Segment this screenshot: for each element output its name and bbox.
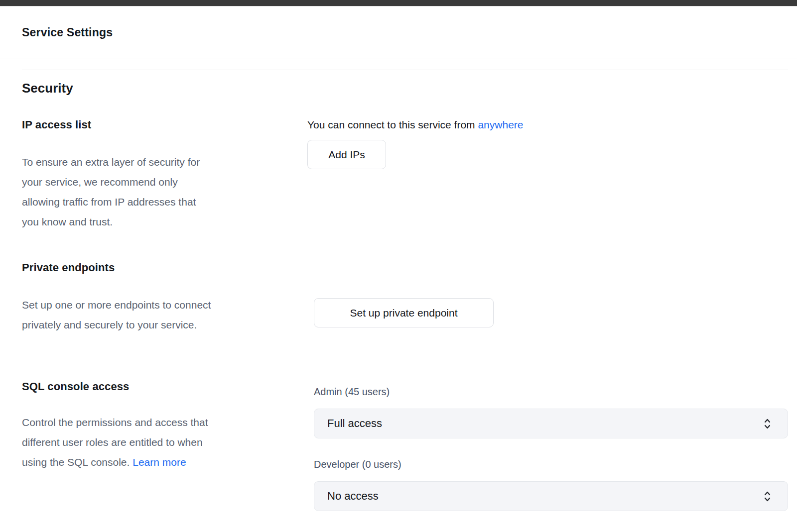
sql-console-info: SQL console access Control the permissio… bbox=[22, 380, 307, 472]
description-line: you know and trust. bbox=[22, 212, 276, 232]
setup-private-endpoint-button[interactable]: Set up private endpoint bbox=[314, 298, 494, 327]
private-endpoints-title: Private endpoints bbox=[22, 261, 307, 274]
developer-access-selected-value: No access bbox=[327, 490, 379, 503]
add-ips-button[interactable]: Add IPs bbox=[307, 140, 386, 169]
description-line: using the SQL console. Learn more bbox=[22, 452, 276, 472]
sql-console-title: SQL console access bbox=[22, 380, 307, 393]
developer-access-select[interactable]: No access bbox=[314, 481, 788, 511]
ip-access-status: You can connect to this service from any… bbox=[307, 118, 788, 131]
ip-access-controls: You can connect to this service from any… bbox=[307, 118, 788, 169]
chevron-up-down-icon bbox=[763, 417, 772, 430]
ip-access-description: To ensure an extra layer of security for… bbox=[22, 152, 276, 232]
security-section-heading: Security bbox=[22, 80, 788, 96]
description-line: Control the permissions and access that bbox=[22, 413, 276, 432]
admin-role-label: Admin (45 users) bbox=[314, 386, 788, 398]
learn-more-link[interactable]: Learn more bbox=[133, 456, 186, 468]
description-line: Set up one or more endpoints to connect bbox=[22, 295, 276, 315]
anywhere-link[interactable]: anywhere bbox=[478, 119, 523, 130]
sql-console-access-section: SQL console access Control the permissio… bbox=[22, 380, 788, 511]
private-endpoints-info: Private endpoints Set up one or more end… bbox=[22, 261, 307, 335]
description-line: different user roles are entitled to whe… bbox=[22, 432, 276, 452]
ip-access-info: IP access list To ensure an extra layer … bbox=[22, 118, 307, 232]
admin-access-select[interactable]: Full access bbox=[314, 409, 788, 438]
sql-console-controls: Admin (45 users) Full access Developer (… bbox=[314, 380, 788, 511]
description-line: privately and securely to your service. bbox=[22, 315, 276, 335]
admin-access-group: Admin (45 users) Full access bbox=[314, 386, 788, 438]
developer-role-label: Developer (0 users) bbox=[314, 458, 788, 470]
private-endpoints-controls: Set up private endpoint bbox=[307, 261, 788, 327]
description-line: your service, we recommend only bbox=[22, 172, 276, 192]
window-top-bar bbox=[0, 0, 797, 6]
sql-console-description: Control the permissions and access that … bbox=[22, 413, 276, 472]
chevron-up-down-icon bbox=[763, 490, 772, 503]
description-line: To ensure an extra layer of security for bbox=[22, 152, 276, 172]
page-header: Service Settings bbox=[0, 6, 797, 59]
settings-content: Security IP access list To ensure an ext… bbox=[0, 70, 797, 511]
ip-access-section: IP access list To ensure an extra layer … bbox=[22, 118, 788, 232]
developer-access-group: Developer (0 users) No access bbox=[314, 458, 788, 511]
ip-access-title: IP access list bbox=[22, 118, 307, 131]
admin-access-selected-value: Full access bbox=[327, 417, 382, 430]
section-divider bbox=[22, 70, 788, 70]
private-endpoints-description: Set up one or more endpoints to connect … bbox=[22, 295, 276, 335]
ip-access-status-text: You can connect to this service from bbox=[307, 119, 475, 130]
private-endpoints-section: Private endpoints Set up one or more end… bbox=[22, 261, 788, 335]
description-line: allowing traffic from IP addresses that bbox=[22, 192, 276, 212]
page-title: Service Settings bbox=[22, 26, 113, 39]
description-line-text: using the SQL console. bbox=[22, 456, 130, 468]
